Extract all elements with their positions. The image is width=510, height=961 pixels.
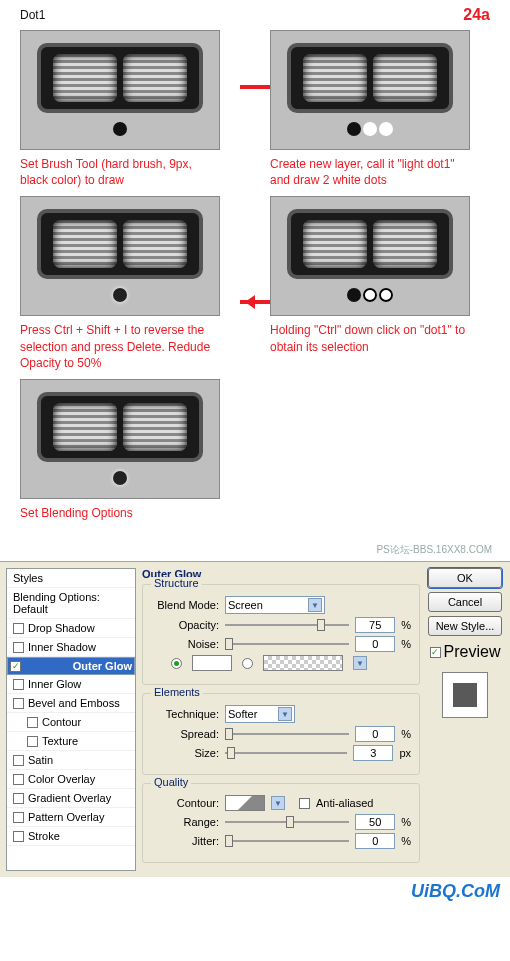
contour-label: Contour: xyxy=(151,797,219,809)
checkbox-icon[interactable] xyxy=(13,755,24,766)
range-slider[interactable] xyxy=(225,814,349,830)
blendmode-label: Blend Mode: xyxy=(151,599,219,611)
style-label: Bevel and Emboss xyxy=(28,697,120,709)
opacity-input[interactable]: 75 xyxy=(355,617,395,633)
blendmode-select[interactable]: Screen▼ xyxy=(225,596,325,614)
checkbox-icon[interactable] xyxy=(13,831,24,842)
style-label: Inner Shadow xyxy=(28,641,96,653)
tutorial-thumb xyxy=(270,196,470,316)
caption: Set Blending Options xyxy=(20,505,220,521)
aa-checkbox[interactable] xyxy=(299,798,310,809)
caption: Set Brush Tool (hard brush, 9px, black c… xyxy=(20,156,220,188)
spread-slider[interactable] xyxy=(225,726,349,742)
aa-label: Anti-aliased xyxy=(316,797,373,809)
legend: Quality xyxy=(151,776,191,788)
size-slider[interactable] xyxy=(225,745,347,761)
color-swatch[interactable] xyxy=(192,655,232,671)
chevron-down-icon: ▼ xyxy=(308,598,322,612)
tutorial-thumb xyxy=(20,30,220,150)
contour-swatch[interactable] xyxy=(225,795,265,811)
range-label: Range: xyxy=(151,816,219,828)
watermark: PS论坛-BBS.16XX8.COM xyxy=(0,543,510,557)
new-style-button[interactable]: New Style... xyxy=(428,616,502,636)
step-label: 24a xyxy=(463,6,490,24)
style-label: Pattern Overlay xyxy=(28,811,104,823)
jitter-slider[interactable] xyxy=(225,833,349,849)
checkbox-icon[interactable] xyxy=(27,717,38,728)
checkbox-icon[interactable] xyxy=(13,623,24,634)
checkbox-icon[interactable] xyxy=(13,642,24,653)
noise-slider[interactable] xyxy=(225,636,349,652)
checkbox-icon[interactable] xyxy=(13,698,24,709)
style-item[interactable]: Pattern Overlay xyxy=(7,808,135,827)
noise-label: Noise: xyxy=(151,638,219,650)
size-input[interactable]: 3 xyxy=(353,745,393,761)
select-value: Screen xyxy=(228,599,263,611)
color-radio[interactable] xyxy=(171,658,182,669)
style-item-selected[interactable]: ✓Outer Glow xyxy=(7,657,135,675)
unit: px xyxy=(399,747,411,759)
style-item[interactable]: Stroke xyxy=(7,827,135,846)
checkbox-icon[interactable] xyxy=(13,679,24,690)
styles-header: Styles xyxy=(7,569,135,588)
gradient-radio[interactable] xyxy=(242,658,253,669)
style-item[interactable]: Color Overlay xyxy=(7,770,135,789)
style-label: Contour xyxy=(42,716,81,728)
checkbox-icon[interactable] xyxy=(13,793,24,804)
legend: Elements xyxy=(151,686,203,698)
chevron-down-icon[interactable]: ▼ xyxy=(271,796,285,810)
checkbox-icon[interactable] xyxy=(13,812,24,823)
opacity-label: Opacity: xyxy=(151,619,219,631)
style-label: Outer Glow xyxy=(73,660,132,672)
style-label: Gradient Overlay xyxy=(28,792,111,804)
style-item[interactable]: Drop Shadow xyxy=(7,619,135,638)
legend: Structure xyxy=(151,577,202,589)
spread-input[interactable]: 0 xyxy=(355,726,395,742)
unit: % xyxy=(401,835,411,847)
unit: % xyxy=(401,728,411,740)
select-value: Softer xyxy=(228,708,257,720)
style-item[interactable]: Contour xyxy=(7,713,135,732)
preview-thumb xyxy=(442,672,488,718)
size-label: Size: xyxy=(151,747,219,759)
technique-label: Technique: xyxy=(151,708,219,720)
styles-list: Styles Blending Options: Default Drop Sh… xyxy=(6,568,136,871)
style-label: Color Overlay xyxy=(28,773,95,785)
jitter-input[interactable]: 0 xyxy=(355,833,395,849)
style-item[interactable]: Inner Shadow xyxy=(7,638,135,657)
unit: % xyxy=(401,638,411,650)
footer-logo: UiBQ.CoM xyxy=(0,877,510,906)
checkbox-icon[interactable]: ✓ xyxy=(10,661,21,672)
opacity-slider[interactable] xyxy=(225,617,349,633)
tutorial-thumb xyxy=(20,379,220,499)
unit: % xyxy=(401,816,411,828)
technique-select[interactable]: Softer▼ xyxy=(225,705,295,723)
style-item[interactable]: Satin xyxy=(7,751,135,770)
noise-input[interactable]: 0 xyxy=(355,636,395,652)
cancel-button[interactable]: Cancel xyxy=(428,592,502,612)
style-label: Satin xyxy=(28,754,53,766)
style-item[interactable]: Inner Glow xyxy=(7,675,135,694)
elements-group: Elements Technique:Softer▼ Spread:0% Siz… xyxy=(142,693,420,775)
style-label: Inner Glow xyxy=(28,678,81,690)
preview-checkbox[interactable]: ✓ xyxy=(430,647,441,658)
tutorial-thumb xyxy=(270,30,470,150)
caption: Create new layer, call it "light dot1" a… xyxy=(270,156,470,188)
chevron-down-icon: ▼ xyxy=(278,707,292,721)
style-item[interactable]: Bevel and Emboss xyxy=(7,694,135,713)
quality-group: Quality Contour:▼Anti-aliased Range:50% … xyxy=(142,783,420,863)
style-item[interactable]: Blending Options: Default xyxy=(7,588,135,619)
caption: Press Ctrl + Shift + I to reverse the se… xyxy=(20,322,220,371)
style-label: Drop Shadow xyxy=(28,622,95,634)
style-item[interactable]: Texture xyxy=(7,732,135,751)
gradient-swatch[interactable] xyxy=(263,655,343,671)
checkbox-icon[interactable] xyxy=(13,774,24,785)
page-title: Dot1 xyxy=(20,8,45,22)
chevron-down-icon[interactable]: ▼ xyxy=(353,656,367,670)
structure-group: Structure Blend Mode:Screen▼ Opacity:75%… xyxy=(142,584,420,685)
ok-button[interactable]: OK xyxy=(428,568,502,588)
checkbox-icon[interactable] xyxy=(27,736,38,747)
caption: Holding "Ctrl" down click on "dot1" to o… xyxy=(270,322,470,354)
style-item[interactable]: Gradient Overlay xyxy=(7,789,135,808)
range-input[interactable]: 50 xyxy=(355,814,395,830)
